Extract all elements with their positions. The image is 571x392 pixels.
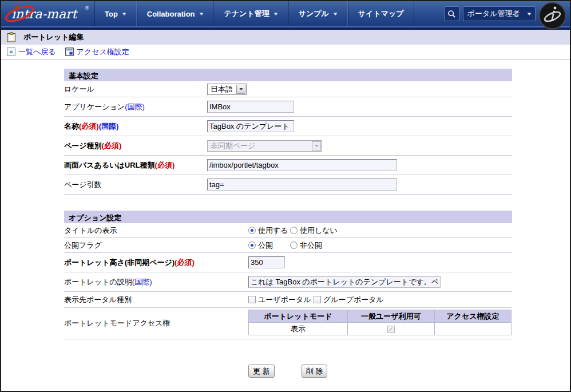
- nav-item-label: テナント管理: [224, 9, 269, 19]
- page-args-input[interactable]: [207, 179, 397, 191]
- screen-path-input[interactable]: [207, 159, 397, 171]
- field-label-page-args: ページ引数: [64, 180, 207, 190]
- form-row-title-display: タイトルの表示 使用する 使用しない: [64, 223, 512, 238]
- radio-button[interactable]: [290, 227, 298, 234]
- radio-option-not-use[interactable]: 使用しない: [290, 225, 338, 236]
- field-label-mode-access: ポートレットモードアクセス権: [64, 318, 248, 328]
- field-label-name: 名称(必須)(国際): [64, 121, 207, 132]
- intra-mart-logo-image: intra-mart ®: [5, 3, 92, 25]
- intra-mart-logo[interactable]: intra-mart ®: [1, 1, 94, 26]
- radio-label: 公開: [258, 240, 273, 251]
- chevron-down-icon: ▼: [526, 11, 532, 17]
- checkbox-unchecked[interactable]: [314, 296, 321, 303]
- nav-item-label: Collaboration: [147, 10, 195, 18]
- portlet-height-input[interactable]: [248, 256, 285, 268]
- back-to-list-link[interactable]: « 一覧へ戻る: [7, 47, 56, 57]
- cell-access-setting: [434, 323, 511, 335]
- checkbox-unchecked[interactable]: [248, 296, 256, 303]
- nav-item-label: サイトマップ: [358, 9, 404, 19]
- page-title: ポートレット編集: [23, 32, 84, 42]
- form-row-portal-type: 表示先ポータル種別 ユーザポータル グループポータル: [64, 292, 512, 308]
- radio-option-use[interactable]: 使用する: [248, 225, 290, 236]
- nav-item-top[interactable]: Top ▼: [94, 1, 137, 26]
- access-settings-icon: [65, 47, 74, 56]
- radio-button-checked[interactable]: [248, 227, 256, 234]
- nav-item-tenant-admin[interactable]: テナント管理 ▼: [213, 1, 288, 26]
- search-icon: [447, 10, 456, 18]
- access-rights-link[interactable]: アクセス権設定: [65, 47, 129, 57]
- locale-select-value: 日本語: [208, 84, 236, 94]
- radio-label: 非公開: [300, 240, 322, 251]
- form-row-mode-access: ポートレットモードアクセス権 ポートレットモード 一般ユーザ利用可 アクセス権設…: [64, 308, 512, 339]
- table-row: 表示 ✓: [249, 323, 511, 335]
- nav-item-sitemap[interactable]: サイトマップ: [348, 1, 414, 26]
- search-button[interactable]: [444, 6, 459, 21]
- field-label-title-display: タイトルの表示: [64, 225, 248, 236]
- field-label-page-type: ページ種別(必須): [64, 141, 207, 151]
- top-navbar: intra-mart ® Top ▼ Collaboration ▼ テナント管…: [1, 1, 570, 26]
- chevron-down-icon: ▼: [236, 85, 245, 94]
- logo-i-dot: [15, 5, 18, 8]
- form-row-application: アプリケーション(国際): [64, 97, 512, 117]
- delete-button[interactable]: 削 除: [302, 365, 328, 378]
- chevron-down-icon: ▼: [121, 11, 127, 17]
- badge-icon: i: [538, 2, 566, 30]
- form-row-public-flag: 公開フラグ 公開 非公開: [64, 238, 512, 253]
- clipboard-icon: [7, 32, 16, 42]
- checkbox-option-user-portal[interactable]: ユーザポータル: [248, 295, 314, 305]
- radio-option-private[interactable]: 非公開: [290, 240, 322, 251]
- intra-mart-badge[interactable]: i: [538, 2, 566, 30]
- radio-option-public[interactable]: 公開: [248, 240, 290, 251]
- field-label-public-flag: 公開フラグ: [64, 240, 248, 251]
- portlet-edit-page: intra-mart ® Top ▼ Collaboration ▼ テナント管…: [0, 0, 571, 392]
- field-label-portlet-height: ポートレット高さ(非同期ページ)(必須): [64, 258, 248, 268]
- radio-button-checked[interactable]: [248, 241, 256, 249]
- page-type-select-value: 非同期ページ: [208, 141, 259, 151]
- portlet-mode-access-table: ポートレットモード 一般ユーザ利用可 アクセス権設定 表示 ✓: [248, 310, 511, 335]
- field-label-description: ポートレットの説明(国際): [64, 277, 248, 287]
- checkbox-checked-disabled: ✓: [387, 326, 395, 333]
- nav-item-label: サンプル: [299, 9, 329, 19]
- page-type-select: 非同期ページ ▼: [207, 140, 322, 152]
- section-header-options: オプション設定: [64, 211, 512, 223]
- nav-item-collaboration[interactable]: Collaboration ▼: [137, 1, 214, 26]
- form-row-page-args: ページ引数: [64, 175, 512, 195]
- form-row-portlet-height: ポートレット高さ(非同期ページ)(必須): [64, 253, 512, 272]
- form-row-locale: ロケール 日本語 ▼: [64, 81, 512, 97]
- form-row-description: ポートレットの説明(国際): [64, 272, 512, 292]
- back-link-label: 一覧へ戻る: [18, 47, 56, 57]
- field-label-portal-type: 表示先ポータル種別: [64, 295, 248, 305]
- form-row-name: 名称(必須)(国際): [64, 117, 512, 136]
- checkbox-option-group-portal[interactable]: グループポータル: [314, 295, 384, 305]
- user-role-dropdown[interactable]: ポータル管理者 ▼: [463, 6, 536, 21]
- nav-menu: Top ▼ Collaboration ▼ テナント管理 ▼ サンプル ▼ サイ…: [94, 1, 414, 26]
- checkbox-label: ユーザポータル: [258, 295, 311, 305]
- application-input[interactable]: [207, 101, 294, 113]
- description-input[interactable]: [248, 276, 441, 288]
- locale-select[interactable]: 日本語 ▼: [207, 84, 247, 95]
- page-titlebar: ポートレット編集: [1, 30, 570, 45]
- user-role-label: ポータル管理者: [467, 9, 520, 19]
- update-button[interactable]: 更 新: [248, 365, 275, 378]
- field-label-locale: ロケール: [64, 84, 207, 94]
- form-buttons: 更 新 削 除: [248, 365, 512, 378]
- nav-item-sample[interactable]: サンプル ▼: [288, 1, 348, 26]
- checkbox-label: グループポータル: [323, 295, 384, 305]
- back-icon: «: [7, 47, 15, 56]
- field-label-application: アプリケーション(国際): [64, 102, 207, 112]
- form-row-screen-path: 画面パスあるいはURL種類(必須): [64, 156, 512, 175]
- name-input[interactable]: [207, 120, 294, 132]
- radio-button[interactable]: [290, 241, 298, 249]
- radio-label: 使用する: [258, 225, 288, 236]
- nav-item-label: Top: [105, 10, 118, 18]
- chevron-down-icon: ▼: [272, 11, 279, 17]
- radio-label: 使用しない: [300, 225, 338, 236]
- form-row-page-type: ページ種別(必須) 非同期ページ ▼: [64, 136, 512, 156]
- chevron-down-icon: ▼: [332, 11, 338, 17]
- cell-mode: 表示: [249, 323, 348, 335]
- column-header-portlet-mode: ポートレットモード: [249, 310, 348, 323]
- section-header-basic: 基本設定: [64, 69, 512, 81]
- column-header-access-setting: アクセス権設定: [434, 310, 511, 323]
- field-label-screen-path: 画面パスあるいはURL種類(必須): [64, 160, 207, 171]
- chevron-down-icon: ▼: [312, 141, 321, 151]
